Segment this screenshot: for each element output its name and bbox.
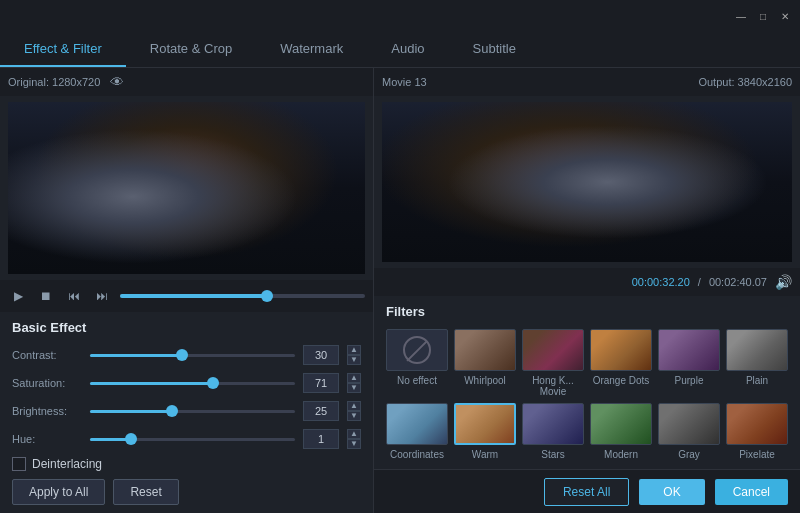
brightness-up[interactable]: ▲ — [347, 401, 361, 411]
stop-button[interactable]: ⏹ — [36, 286, 56, 306]
total-time: 00:02:40.07 — [709, 276, 767, 288]
preview-eye-icon[interactable]: 👁 — [108, 73, 126, 91]
saturation-value: 71 — [303, 373, 339, 393]
hue-up[interactable]: ▲ — [347, 429, 361, 439]
tab-subtitle[interactable]: Subtitle — [449, 32, 540, 67]
contrast-thumb[interactable] — [176, 349, 188, 361]
saturation-row: Saturation: 71 ▲ ▼ — [12, 373, 361, 393]
filter-thumb-pixelate — [726, 403, 788, 445]
apply-to-all-button[interactable]: Apply to All — [12, 479, 105, 505]
cancel-button[interactable]: Cancel — [715, 479, 788, 505]
filter-thumb-hongk — [522, 329, 584, 371]
next-frame-button[interactable]: ⏭ — [92, 286, 112, 306]
hue-spinner[interactable]: ▲ ▼ — [347, 429, 361, 449]
filter-warm[interactable]: Warm — [454, 403, 516, 460]
filter-label-orange: Orange Dots — [593, 375, 650, 386]
title-bar: — □ ✕ — [0, 0, 800, 32]
maximize-button[interactable]: □ — [756, 9, 770, 23]
volume-icon[interactable]: 🔊 — [775, 274, 792, 290]
brightness-slider[interactable] — [90, 403, 295, 419]
saturation-spinner[interactable]: ▲ ▼ — [347, 373, 361, 393]
basic-effect-section: Basic Effect Contrast: 30 ▲ ▼ Satur — [0, 312, 373, 513]
filter-no-effect[interactable]: No effect — [386, 329, 448, 397]
hue-down[interactable]: ▼ — [347, 439, 361, 449]
right-movie-image — [382, 102, 792, 262]
contrast-spinner[interactable]: ▲ ▼ — [347, 345, 361, 365]
hue-slider[interactable] — [90, 431, 295, 447]
filter-modern[interactable]: Modern — [590, 403, 652, 460]
filter-thumb-coord — [386, 403, 448, 445]
filter-purple[interactable]: Purple — [658, 329, 720, 397]
contrast-row: Contrast: 30 ▲ ▼ — [12, 345, 361, 365]
basic-effect-title: Basic Effect — [12, 320, 361, 335]
effect-action-buttons: Apply to All Reset — [12, 479, 361, 505]
brightness-thumb[interactable] — [166, 405, 178, 417]
filter-hongk-movie[interactable]: Hong K... Movie — [522, 329, 584, 397]
filter-pixelate[interactable]: Pixelate — [726, 403, 788, 460]
progress-thumb[interactable] — [261, 290, 273, 302]
deinterlacing-row: Deinterlacing — [12, 457, 361, 471]
contrast-fill — [90, 354, 182, 357]
filter-stars[interactable]: Stars — [522, 403, 584, 460]
contrast-up[interactable]: ▲ — [347, 345, 361, 355]
ok-button[interactable]: OK — [639, 479, 704, 505]
contrast-label: Contrast: — [12, 349, 82, 361]
movie-title: Movie 13 — [382, 76, 427, 88]
play-button[interactable]: ▶ — [8, 286, 28, 306]
contrast-down[interactable]: ▼ — [347, 355, 361, 365]
saturation-label: Saturation: — [12, 377, 82, 389]
filter-thumb-modern — [590, 403, 652, 445]
prev-frame-button[interactable]: ⏮ — [64, 286, 84, 306]
right-video-preview — [382, 102, 792, 262]
contrast-track — [90, 354, 295, 357]
tab-watermark[interactable]: Watermark — [256, 32, 367, 67]
tab-audio[interactable]: Audio — [367, 32, 448, 67]
hue-row: Hue: 1 ▲ ▼ — [12, 429, 361, 449]
main-content: Original: 1280x720 👁 ▶ ⏹ ⏮ ⏭ Basic Effec… — [0, 68, 800, 513]
progress-bar[interactable] — [120, 294, 365, 298]
brightness-value: 25 — [303, 401, 339, 421]
tab-rotate-crop[interactable]: Rotate & Crop — [126, 32, 256, 67]
filter-label-modern: Modern — [604, 449, 638, 460]
hue-value: 1 — [303, 429, 339, 449]
saturation-track — [90, 382, 295, 385]
reset-button[interactable]: Reset — [113, 479, 178, 505]
filter-label-coord: Coordinates — [390, 449, 444, 460]
saturation-slider[interactable] — [90, 375, 295, 391]
filter-orange-dots[interactable]: Orange Dots — [590, 329, 652, 397]
hue-track — [90, 438, 295, 441]
brightness-down[interactable]: ▼ — [347, 411, 361, 421]
filter-thumb-orange — [590, 329, 652, 371]
filter-gray[interactable]: Gray — [658, 403, 720, 460]
saturation-up[interactable]: ▲ — [347, 373, 361, 383]
filter-label-warm: Warm — [472, 449, 498, 460]
filter-whirlpool[interactable]: Whirlpool — [454, 329, 516, 397]
filter-label-stars: Stars — [541, 449, 564, 460]
reset-all-button[interactable]: Reset All — [544, 478, 629, 506]
brightness-track — [90, 410, 295, 413]
brightness-fill — [90, 410, 172, 413]
left-video-frame — [8, 102, 365, 274]
brightness-spinner[interactable]: ▲ ▼ — [347, 401, 361, 421]
tab-effect-filter[interactable]: Effect & Filter — [0, 32, 126, 67]
filter-thumb-plain — [726, 329, 788, 371]
brightness-label: Brightness: — [12, 405, 82, 417]
right-video-frame — [382, 102, 792, 262]
close-button[interactable]: ✕ — [778, 9, 792, 23]
right-panel: Movie 13 Output: 3840x2160 00:00:32.20 /… — [374, 68, 800, 513]
minimize-button[interactable]: — — [734, 9, 748, 23]
hue-thumb[interactable] — [125, 433, 137, 445]
contrast-slider[interactable] — [90, 347, 295, 363]
saturation-thumb[interactable] — [207, 377, 219, 389]
filter-plain[interactable]: Plain — [726, 329, 788, 397]
transport-controls: ▶ ⏹ ⏮ ⏭ — [0, 280, 373, 312]
filters-section: Filters No effect Whirlpool Hon — [374, 296, 800, 469]
bottom-action-bar: Reset All OK Cancel — [374, 469, 800, 513]
deinterlacing-checkbox[interactable] — [12, 457, 26, 471]
right-transport-bar: 00:00:32.20 / 00:02:40.07 🔊 — [374, 268, 800, 296]
saturation-down[interactable]: ▼ — [347, 383, 361, 393]
original-info-bar: Original: 1280x720 👁 — [0, 68, 373, 96]
brightness-row: Brightness: 25 ▲ ▼ — [12, 401, 361, 421]
filter-coordinates[interactable]: Coordinates — [386, 403, 448, 460]
original-label: Original: 1280x720 — [8, 76, 100, 88]
